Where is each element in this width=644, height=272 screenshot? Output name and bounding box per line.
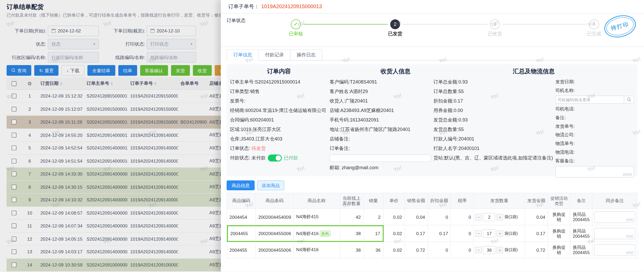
qty-plus-button[interactable]: + (497, 246, 503, 253)
product-table: 商品编码商品条码商品名称当前线上库存数量销量单价销售金额折扣金额税率发货数量发货… (227, 193, 637, 258)
cell-sales-amount: 0.72 (405, 242, 428, 258)
sync-remark-box: 0/50 (594, 244, 635, 256)
cell-sales-amount: 0.17 (405, 225, 428, 242)
info-line: 店铺:A238493.A9芝麻糖20401 (330, 106, 431, 115)
product-col-header: 同步备注 (593, 193, 637, 209)
cell-product-name: N4海虾416换购 (294, 225, 340, 242)
info-line: 订单类型:销售 (230, 87, 328, 96)
qty-input[interactable]: 36 (483, 246, 496, 254)
product-col-header: 促销活动类型 (548, 193, 570, 209)
info-line: 发货总数量:55 (433, 125, 554, 134)
driver-search-input[interactable] (555, 96, 624, 104)
product-row: 2004455 2002004455006 N4海虾416 38 36 0.02… (227, 242, 637, 258)
step-received: 3 已收货 (470, 19, 520, 37)
order-remark-input[interactable] (330, 154, 431, 162)
search-icon (627, 98, 631, 102)
logistics-phone-label: 物流电话: (555, 148, 634, 157)
logistics-company-label: 物流公司: (555, 130, 634, 139)
info-line: 发票号: (230, 96, 328, 106)
step-circle-current: 2 (390, 19, 400, 29)
screen-canvas: 订单结单配货 已付款及未付款（线下转账）已拆单订单，可进行结单生成合单单号，按路… (0, 0, 644, 272)
step-reviewed: ✓ 已审核 (271, 19, 321, 37)
info-line: 订单主单号:S2024120915000014 (230, 77, 328, 87)
cs-remark-textarea[interactable] (556, 166, 633, 177)
driver-search-group (555, 96, 634, 104)
cell-unit-price: 0.02 (384, 242, 405, 258)
add-product-button[interactable]: 添加商品 (257, 181, 284, 191)
tab-payment-records[interactable]: 付款记录 (259, 50, 290, 61)
tab-order-info[interactable]: 订单信息 (227, 50, 259, 61)
char-counter: 0/50 (626, 218, 633, 222)
qty-input[interactable]: 2 (483, 213, 496, 221)
cell-tax-rate: 0 (451, 242, 474, 258)
pay-status-toggle[interactable] (268, 155, 282, 162)
info-line: 区域:1019.张亮江苏大区 (230, 125, 328, 134)
cell-online-stock: 38 (340, 242, 364, 258)
pay-unpaid-label: 未付款 (251, 155, 266, 160)
cell-sync-remark: 0/50 (593, 242, 637, 258)
sync-remark-box: 0/50 (594, 228, 635, 239)
cell-tax-rate: 0 (451, 225, 474, 242)
tab-operation-log[interactable]: 操作日志 (290, 50, 322, 61)
order-status-line: 订单状态: 待发货 (230, 144, 328, 153)
cell-online-stock: 38 (340, 225, 364, 242)
logistics-no-label: 物流单号: (555, 139, 634, 148)
qty-plus-button[interactable]: + (497, 213, 503, 220)
product-col-header: 备注 (570, 193, 593, 209)
info-line: 客户编码:T2408S4091 (330, 77, 431, 87)
drawer-header: 订单子单号： 1019A2024120915000013 (221, 0, 644, 14)
summary-title: 汇总及物流信息 (433, 67, 634, 75)
info-line: 订单总数量:55 (433, 87, 554, 96)
qty-input[interactable]: 17 (483, 229, 495, 237)
qty-minus-button[interactable]: − (475, 230, 482, 237)
product-col-header: 税率 (451, 193, 474, 209)
qty-minus-button[interactable]: − (475, 213, 482, 220)
info-line: 打款人名字:20400101 (433, 144, 554, 153)
cell-product-code: 2004455 (227, 242, 256, 258)
qty-unit-label: 袋(1袋) (505, 214, 518, 220)
qty-minus-button[interactable]: − (475, 246, 482, 253)
order-status-section: 订单状态 ✓ 已审核 2 已发货 3 已收货 4 已完成 (221, 14, 644, 47)
cell-discount-amount: 0 (428, 242, 451, 258)
pay-paid-label: 已付款 (284, 155, 298, 160)
step-shipped: 2 已发货 (370, 19, 420, 37)
cell-discount-amount: 0.17 (428, 225, 451, 242)
cell-ship-qty: − 17 + 袋(1袋) (474, 225, 525, 242)
qty-plus-button[interactable]: + (497, 230, 503, 237)
cell-product-code: 2004454 (227, 209, 256, 225)
cell-ship-amount: 0.04 (525, 209, 548, 225)
drawer-title-label: 订单子单号： (228, 3, 259, 10)
info-line: 发货总金额:0.93 (433, 115, 554, 125)
ship-date-label: 发货日期: (555, 77, 634, 86)
qty-unit-label: 袋(1袋) (505, 247, 518, 253)
step-circle-wait: 4 (589, 19, 599, 29)
ship-no-label: 发货单号: (555, 122, 634, 131)
cell-online-stock: 42 (340, 209, 364, 225)
product-col-header: 当前线上库存数量 (340, 193, 364, 209)
order-info-panel: 订单内容 收货人信息 汇总及物流信息 订单主单号:S20241209150000… (227, 64, 637, 176)
info-line: 经销商:600204.常温19-潭江仓储运输有限公司 (230, 106, 328, 115)
cell-product-barcode: 2002004454009 (256, 209, 294, 225)
product-row: 2004455 2002004455006 N4海虾416换购 38 17 0.… (227, 225, 637, 242)
cell-promo-type: 换购促销 (548, 209, 570, 225)
product-table-body: 2004454 2002004454009 N4海虾415 42 2 0.02 … (227, 209, 637, 258)
order-content-title: 订单内容 (230, 67, 328, 75)
info-line: 订单总金额:0.93 (433, 77, 554, 87)
cell-promo-type: 换购促销 (548, 242, 570, 258)
cs-remark-label: 客服备注: (555, 157, 634, 165)
product-info-button[interactable]: 商品信息 (227, 181, 255, 191)
cell-ship-qty: − 36 + 袋(1袋) (474, 242, 525, 258)
remark-label: 备注: (555, 113, 634, 122)
driver-name-label: 司机名称: (555, 86, 634, 95)
info-line: 手机号码:16134032091 (330, 115, 431, 125)
step-label: 已审核 (271, 31, 321, 37)
step-label: 已发货 (370, 31, 420, 37)
cell-ship-qty: − 2 + 袋(1袋) (474, 209, 525, 225)
driver-search-button[interactable] (624, 96, 634, 104)
email-line: 邮箱: zhang@mail.com (330, 163, 431, 173)
order-status-value: 待发货 (251, 146, 266, 151)
order-remark-label: 订单备注: (330, 144, 431, 153)
product-col-header: 折扣金额 (428, 193, 451, 209)
cell-product-barcode: 2002004455006 (256, 242, 294, 258)
consignee-column: 客户编码:T2408S4091客户姓名:A泗封29收货人:广陵20401店铺:A… (330, 77, 431, 173)
